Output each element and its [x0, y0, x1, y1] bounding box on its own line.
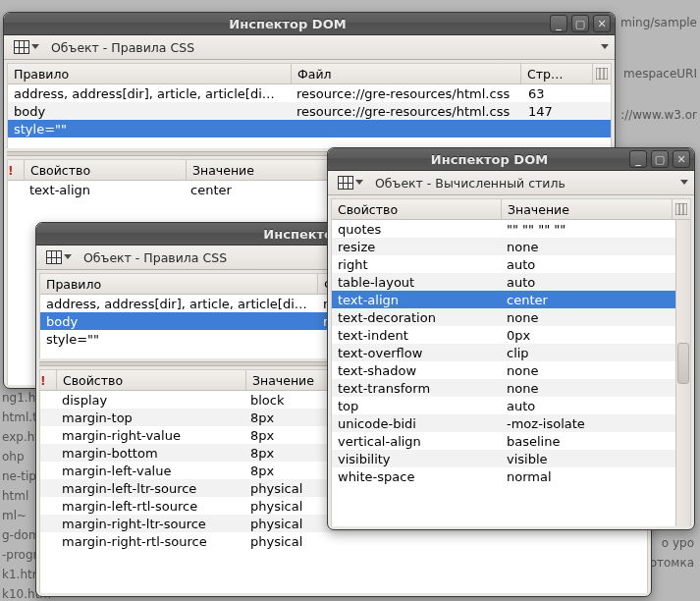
computed-row[interactable]: text-decorationnone [332, 308, 675, 326]
cell-val: 0px [501, 328, 675, 343]
cell-prop: table-layout [332, 275, 501, 290]
titlebar[interactable]: Инспектор DOM _ ▢ ✕ [328, 148, 694, 171]
panel-menu-button[interactable] [10, 38, 43, 56]
panel-title: Объект - Правила CSS [51, 40, 194, 55]
property-row[interactable]: margin-right-rtl-sourcephysical [40, 532, 647, 550]
computed-row[interactable]: vertical-alignbaseline [332, 432, 675, 450]
maximize-button[interactable]: ▢ [651, 150, 669, 168]
col-property[interactable]: Свойство [25, 160, 187, 180]
table-body[interactable]: address, address[dir], article, article[… [8, 84, 611, 148]
cell-rule: address, address[dir], article, article[… [8, 86, 291, 101]
computed-row[interactable]: visibilityvisible [332, 450, 675, 467]
cell-prop: text-decoration [332, 310, 501, 325]
computed-row[interactable]: rightauto [332, 255, 675, 273]
cell-line: 147 [522, 104, 611, 119]
inspector-toolbar: Объект - Вычисленный стиль [328, 171, 694, 195]
cell-val: none [501, 240, 675, 254]
close-button[interactable]: ✕ [593, 15, 611, 32]
rule-row[interactable]: bodyresource://gre-resources/html.css147 [8, 102, 611, 120]
bg-text: ming/sample [620, 16, 697, 29]
table-body[interactable]: quotes"" "" "" ""resizenonerightautotabl… [332, 220, 675, 526]
computed-row[interactable]: text-shadownone [332, 361, 675, 379]
column-picker-icon [675, 203, 687, 215]
cell-prop: text-indent [332, 328, 501, 343]
cell-val: none [501, 363, 675, 378]
cell-prop: text-align [332, 293, 501, 307]
chevron-down-icon[interactable] [601, 43, 609, 51]
computed-row[interactable]: quotes"" "" "" "" [332, 220, 675, 238]
column-picker-icon [596, 68, 608, 80]
col-value[interactable]: Значение [502, 199, 673, 219]
cell-prop: margin-right-value [56, 428, 244, 443]
computed-row[interactable]: text-transformnone [332, 379, 675, 397]
rule-row[interactable]: style="" [8, 120, 611, 137]
cell-prop: right [332, 257, 501, 272]
cell-val: center [501, 293, 675, 307]
vertical-scrollbar[interactable] [675, 220, 690, 526]
col-rule[interactable]: Правило [40, 274, 318, 294]
cell-val: -moz-isolate [501, 416, 675, 431]
column-picker-button[interactable] [673, 199, 690, 219]
bg-text: ml~ [2, 509, 27, 522]
cell-prop: margin-right-rtl-source [56, 534, 244, 549]
col-important[interactable]: ! [40, 370, 57, 390]
cell-val: none [501, 310, 675, 325]
cell-prop: text-overflow [332, 346, 501, 360]
titlebar[interactable]: Инспектор DOM _ ▢ ✕ [4, 13, 615, 35]
maximize-button[interactable]: ▢ [571, 15, 589, 32]
cell-prop: text-align [24, 183, 185, 197]
cell-val: none [501, 381, 675, 396]
col-rule[interactable]: Правило [8, 64, 292, 83]
bg-text: html [2, 489, 28, 503]
col-property[interactable]: Свойство [57, 370, 246, 390]
computed-row[interactable]: text-overflowclip [332, 344, 675, 361]
chevron-down-icon [31, 43, 39, 51]
dom-inspector-window-3[interactable]: Инспектор DOM _ ▢ ✕ Объект - Вычисленный… [327, 147, 695, 530]
svg-rect-0 [596, 68, 608, 80]
grid-icon [14, 40, 29, 54]
cell-val: auto [501, 275, 675, 290]
col-file[interactable]: Файл [292, 64, 521, 83]
panel-title: Объект - Правила CSS [83, 250, 227, 265]
cell-prop: resize [332, 240, 501, 254]
cell-line: 63 [522, 86, 611, 101]
scrollbar-thumb[interactable] [677, 343, 689, 384]
window-title: Инспектор DOM [353, 152, 625, 167]
cell-val: auto [501, 257, 675, 272]
panel-menu-button[interactable] [42, 248, 76, 266]
close-button[interactable]: ✕ [673, 150, 690, 168]
chevron-down-icon [64, 253, 72, 261]
table-header[interactable]: Свойство Значение [332, 199, 690, 220]
cell-val: normal [501, 469, 675, 484]
computed-row[interactable]: text-indent0px [332, 326, 675, 344]
cell-prop: visibility [332, 452, 501, 466]
cell-prop: margin-right-ltr-source [56, 517, 244, 531]
minimize-button[interactable]: _ [550, 15, 567, 32]
computed-row[interactable]: unicode-bidi-moz-isolate [332, 414, 675, 432]
computed-row[interactable]: table-layoutauto [332, 273, 675, 291]
col-important[interactable]: ! [8, 160, 25, 180]
computed-row[interactable]: resizenone [332, 238, 675, 255]
bg-text: ://www.w3.or [620, 108, 697, 122]
cell-prop: margin-left-ltr-source [56, 481, 244, 496]
col-line[interactable]: Стр… [521, 64, 593, 83]
panel-menu-button[interactable] [334, 174, 367, 191]
cell-prop: margin-bottom [56, 446, 244, 461]
cell-rule: body [8, 104, 291, 119]
computed-row[interactable]: white-spacenormal [332, 467, 675, 485]
col-property[interactable]: Свойство [332, 199, 502, 219]
computed-row[interactable]: topauto [332, 397, 675, 414]
panel-title: Объект - Вычисленный стиль [375, 176, 565, 191]
cell-prop: text-transform [332, 381, 501, 396]
minimize-button[interactable]: _ [629, 150, 647, 168]
column-picker-button[interactable] [593, 64, 611, 83]
cell-prop: top [332, 399, 501, 413]
svg-rect-9 [675, 203, 687, 215]
table-header[interactable]: Правило Файл Стр… [8, 64, 611, 84]
grid-icon [46, 250, 62, 264]
rule-row[interactable]: address, address[dir], article, article[… [8, 84, 611, 102]
chevron-down-icon[interactable] [680, 179, 688, 187]
cell-prop: margin-left-value [56, 464, 244, 478]
computed-row[interactable]: text-aligncenter [332, 291, 675, 308]
cell-prop: display [56, 393, 244, 408]
